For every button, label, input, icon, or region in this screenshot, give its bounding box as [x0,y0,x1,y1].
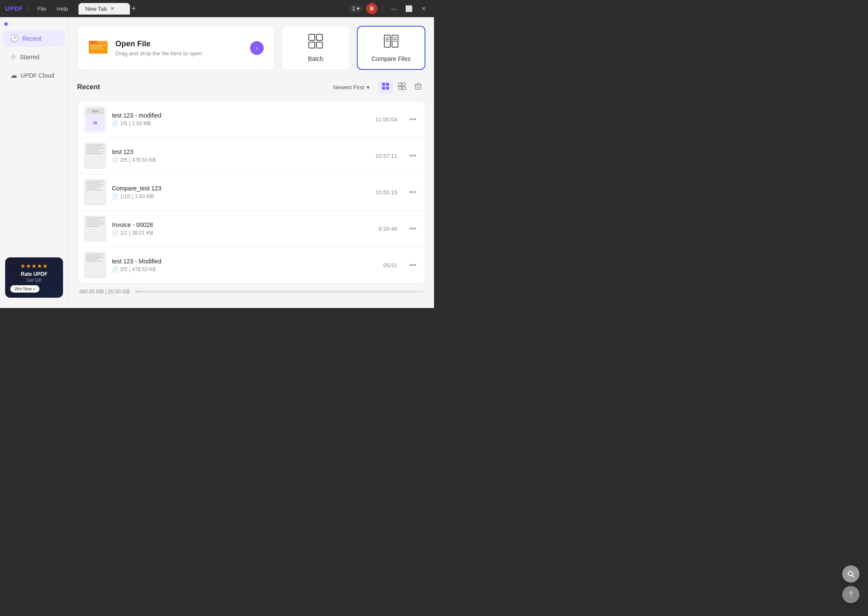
file-more-button[interactable]: ••• [407,187,418,198]
file-more-button[interactable]: ••• [407,114,418,125]
file-item[interactable]: Compare_test 123 📄 1/10 | 1.60 MB 10:55:… [78,174,425,211]
compare-files-card[interactable]: Compare Files [357,26,425,70]
file-item[interactable]: test 123 - Modified 📄 2/5 | 478.53 KB 05… [78,247,425,283]
rate-banner[interactable]: ★★★★★ Rate UPDF Get Gift Win Now » [5,257,63,298]
rate-subtitle: Get Gift [10,278,58,283]
batch-label: Batch [308,55,323,62]
svg-rect-6 [309,34,315,40]
svg-rect-22 [398,83,401,86]
open-file-card[interactable]: Open File Drag and drop the file here to… [77,26,274,70]
svg-rect-9 [316,42,322,48]
sidebar-item-label-cloud: UPDF Cloud [21,72,54,79]
tab-new[interactable]: New Tab ✕ [78,3,130,15]
arrow-right-icon: › [256,45,258,51]
tab-label: New Tab [85,6,107,12]
file-meta: 📄 2/5 | 478.53 KB [112,266,383,272]
sort-chevron-icon: ▾ [367,84,370,91]
file-pages: 1/5 [120,121,127,127]
storage-used: 360.65 MB | 20.00 GB [79,289,130,295]
file-more-button[interactable]: ••• [407,150,418,161]
file-time: 11:00:04 [376,116,398,123]
svg-rect-19 [386,83,389,86]
svg-rect-24 [398,87,401,90]
svg-rect-23 [402,83,405,86]
view-list-button[interactable] [378,80,393,94]
file-info: test 123 - modified 📄 1/5 | 2.03 MB [112,112,376,127]
file-thumbnail [84,252,106,278]
sidebar-item-starred[interactable]: ☆ Starred [3,48,65,65]
maximize-button[interactable]: ⬜ [403,3,415,14]
file-meta: 📄 1/1 | 38.01 KB [112,230,379,236]
user-count-button[interactable]: 1 ▾ [349,5,363,12]
compare-label: Compare Files [371,55,410,62]
page-icon: 📄 [112,121,118,127]
file-pages: 2/5 [120,266,127,272]
page-icon: 📄 [112,193,118,199]
tab-close-button[interactable]: ✕ [110,6,115,12]
file-size: 38.01 KB [132,230,153,236]
recent-section-title: Recent [77,83,100,91]
svg-rect-2 [89,41,97,44]
file-item[interactable]: test 123 📄 2/5 | 478.53 KB 10:57:11 ••• [78,138,425,174]
open-file-arrow-button[interactable]: › [250,41,264,55]
tab-add-button[interactable]: + [132,4,136,13]
file-name: Compare_test 123 [112,185,376,192]
close-button[interactable]: ✕ [419,3,429,14]
file-time: 10:57:11 [376,153,398,159]
delete-button[interactable] [411,80,425,94]
compare-icon [383,33,399,52]
sidebar-item-cloud[interactable]: ☁ UPDF Cloud [3,67,65,84]
sidebar: 🕐 Recent ☆ Starred ☁ UPDF Cloud ★★★★★ Ra… [0,17,69,308]
tab-bar: New Tab ✕ + [78,3,136,15]
win-now-label: Win Now » [15,287,35,291]
user-avatar[interactable]: B [366,3,377,14]
top-cards: Open File Drag and drop the file here to… [77,26,425,70]
file-item[interactable]: Invoice - 00028 📄 1/1 | 38.01 KB 9:26:46… [78,211,425,247]
folder-icon [88,36,108,60]
sidebar-item-recent[interactable]: 🕐 Recent [3,30,65,47]
rate-stars: ★★★★★ [10,263,58,269]
user-count-label: 1 [352,6,355,12]
open-file-subtitle: Drag and drop the file here to open [115,50,202,57]
svg-rect-21 [386,87,389,90]
menu-help[interactable]: Help [53,4,72,14]
page-icon: 📄 [112,157,118,163]
file-time: 05/31 [383,262,398,269]
file-name: Invoice - 00028 [112,221,379,228]
file-size: 1.60 MB [135,193,154,199]
main-layout: 🕐 Recent ☆ Starred ☁ UPDF Cloud ★★★★★ Ra… [0,17,434,308]
sort-dropdown[interactable]: Newest First ▾ [330,82,373,92]
star-icon: ☆ [10,53,16,61]
svg-rect-3 [90,45,106,46]
svg-rect-18 [382,83,385,86]
file-size: 478.53 KB [132,157,156,163]
file-info: test 123 📄 2/5 | 478.53 KB [112,148,376,163]
file-list: PDF ▓▓ test 123 - modified 📄 1/5 | 2.03 … [77,101,425,284]
file-item[interactable]: PDF ▓▓ test 123 - modified 📄 1/5 | 2.03 … [78,101,425,138]
batch-card[interactable]: Batch [281,26,350,70]
file-name: test 123 [112,148,376,155]
file-more-button[interactable]: ••• [407,223,418,234]
rate-title: Rate UPDF [10,271,58,277]
sidebar-indicator [4,22,8,26]
minimize-button[interactable]: — [388,3,399,14]
file-pages: 1/1 [120,230,127,236]
file-more-button[interactable]: ••• [407,260,418,271]
page-icon: 📄 [112,230,118,236]
open-file-text: Open File Drag and drop the file here to… [115,39,202,57]
sidebar-bottom: ★★★★★ Rate UPDF Get Gift Win Now » [0,252,68,303]
menu-file[interactable]: File [34,4,50,14]
file-pages: 1/10 [120,193,130,199]
svg-rect-25 [402,87,405,90]
svg-rect-4 [90,47,102,48]
svg-rect-8 [309,42,315,48]
sidebar-item-label-starred: Starred [20,54,39,60]
file-time: 10:55:19 [376,189,398,196]
view-grid-button[interactable] [395,80,409,94]
file-size: 2.03 MB [132,121,151,127]
win-now-button[interactable]: Win Now » [10,285,39,293]
file-info: test 123 - Modified 📄 2/5 | 478.53 KB [112,258,383,272]
svg-rect-5 [90,48,104,49]
file-pages: 2/5 [120,157,127,163]
file-meta: 📄 2/5 | 478.53 KB [112,157,376,163]
